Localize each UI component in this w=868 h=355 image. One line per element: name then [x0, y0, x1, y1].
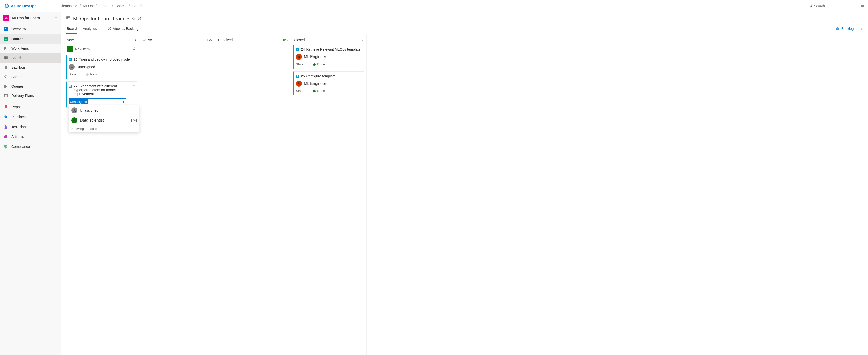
- sidebar-item-overview[interactable]: Overview: [0, 24, 61, 34]
- person-avatar-icon: [296, 54, 302, 60]
- tab-board[interactable]: Board: [66, 27, 77, 34]
- search-input[interactable]: [814, 4, 854, 8]
- svg-point-44: [74, 109, 75, 110]
- column-new: New ‹ + New item 26 Train and deploy imp…: [64, 34, 140, 355]
- sidebar-sub-sprints[interactable]: Sprints: [0, 72, 61, 81]
- work-item-card[interactable]: ⋯ 27 Experiment with different hyperpara…: [66, 81, 137, 108]
- svg-point-35: [141, 17, 142, 19]
- sidebar-sub-work-items[interactable]: Work items: [0, 44, 61, 53]
- svg-rect-39: [836, 29, 837, 30]
- header-right: [806, 2, 864, 10]
- add-new-item-button[interactable]: +: [67, 46, 73, 52]
- boards-icon: [3, 36, 8, 41]
- arrow-right-circle-icon: [107, 26, 111, 31]
- sidebar-item-test-plans[interactable]: Test Plans: [0, 122, 61, 132]
- pbi-icon: [69, 58, 72, 61]
- add-project-icon[interactable]: +: [55, 15, 58, 21]
- breadcrumb-item[interactable]: MLOps for Learn: [83, 4, 109, 8]
- svg-rect-37: [836, 27, 837, 28]
- sidebar: ML MLOps for Learn + Overview Boards Wor…: [0, 12, 61, 355]
- column-active: Active 0/5: [140, 34, 215, 355]
- unassigned-avatar-icon: [69, 64, 75, 70]
- svg-point-47: [298, 82, 299, 83]
- sidebar-sub-delivery-plans[interactable]: Delivery Plans: [0, 91, 61, 100]
- test-plans-icon: [3, 124, 8, 129]
- sidebar-item-compliance[interactable]: Compliance: [0, 142, 61, 152]
- sidebar-sub-boards[interactable]: Boards: [0, 53, 61, 63]
- compliance-icon: [3, 144, 8, 149]
- list-view-icon[interactable]: [860, 3, 864, 8]
- breadcrumb-item[interactable]: Boards: [115, 4, 126, 8]
- svg-rect-28: [67, 16, 68, 17]
- svg-point-41: [133, 48, 135, 50]
- chevron-down-icon[interactable]: ▾: [121, 100, 126, 104]
- project-name: MLOps for Learn: [12, 16, 52, 20]
- breadcrumb: demosmjd / MLOps for Learn / Boards / Bo…: [61, 4, 144, 8]
- collapse-column-icon[interactable]: ‹: [135, 38, 136, 42]
- tab-analytics[interactable]: Analytics: [82, 27, 97, 33]
- sidebar-item-artifacts[interactable]: Artifacts: [0, 132, 61, 142]
- svg-rect-29: [68, 16, 69, 17]
- assignee-row[interactable]: ML Engineer: [296, 80, 362, 86]
- backlog-items-selector[interactable]: Backlog items: [835, 26, 863, 31]
- search-box[interactable]: [806, 2, 856, 10]
- assignee-dropdown: Unassigned Data scientist A≡ Showing 2 r…: [69, 105, 140, 132]
- favorite-star-icon[interactable]: ☆: [132, 16, 135, 21]
- assignee-row[interactable]: ML Engineer: [296, 54, 362, 60]
- board-body: New ‹ + New item 26 Train and deploy imp…: [61, 34, 868, 355]
- chevron-down-icon[interactable]: [126, 17, 129, 21]
- collapse-column-icon[interactable]: ‹: [362, 38, 363, 42]
- delivery-plans-icon: [3, 93, 8, 98]
- sidebar-sub-queries[interactable]: Queries: [0, 81, 61, 91]
- person-avatar-icon: [296, 80, 302, 86]
- svg-rect-13: [7, 57, 7, 59]
- svg-point-24: [6, 106, 6, 107]
- person-avatar-icon: [71, 117, 78, 123]
- assignee-row[interactable]: Unassigned: [69, 64, 134, 70]
- svg-point-36: [108, 27, 111, 30]
- work-item-card[interactable]: 25 Configure template ML Engineer State …: [293, 71, 364, 96]
- product-name: Azure DevOps: [11, 4, 37, 8]
- svg-rect-22: [4, 95, 7, 97]
- sidebar-item-repos[interactable]: Repos: [0, 102, 61, 112]
- project-badge: ML: [3, 15, 9, 21]
- logo-block[interactable]: Azure DevOps: [4, 3, 61, 8]
- dropdown-option-unassigned[interactable]: Unassigned: [69, 105, 139, 115]
- new-item-label[interactable]: New item: [75, 47, 131, 51]
- tabs-row: Board Analytics View as Backlog Backlog …: [66, 26, 863, 34]
- project-header[interactable]: ML MLOps for Learn +: [0, 12, 61, 24]
- top-header: Azure DevOps demosmjd / MLOps for Learn …: [0, 0, 868, 12]
- search-icon: [808, 3, 812, 8]
- pbi-icon: [69, 84, 72, 88]
- svg-rect-12: [6, 57, 6, 59]
- breadcrumb-item[interactable]: Boards: [132, 4, 144, 8]
- pbi-icon: [296, 48, 299, 51]
- card-more-icon[interactable]: ⋯: [132, 83, 135, 87]
- pbi-icon: [296, 75, 299, 78]
- svg-line-42: [135, 49, 136, 50]
- view-as-backlog-button[interactable]: View as Backlog: [107, 26, 138, 31]
- board-header: MLOps for Learn Team ☆ Board Analytics V…: [61, 12, 868, 34]
- svg-point-25: [5, 116, 6, 117]
- people-icon[interactable]: [138, 16, 142, 21]
- svg-rect-30: [69, 16, 70, 17]
- svg-rect-11: [4, 57, 5, 59]
- assignee-combobox[interactable]: Unassigned ▾: [69, 99, 126, 105]
- sidebar-item-boards[interactable]: Boards: [0, 34, 61, 44]
- breadcrumb-item[interactable]: demosmjd: [61, 4, 78, 8]
- dropdown-option-data-scientist[interactable]: Data scientist A≡: [69, 115, 139, 125]
- sidebar-item-pipelines[interactable]: Pipelines: [0, 112, 61, 122]
- svg-point-45: [74, 119, 75, 120]
- svg-rect-32: [68, 18, 69, 19]
- sidebar-sub-backlogs[interactable]: Backlogs: [0, 63, 61, 72]
- boards-sub-icon: [3, 56, 8, 61]
- work-item-card[interactable]: 24 Retrieve Relevant MLOps template ML E…: [293, 45, 364, 69]
- work-item-card[interactable]: 26 Train and deploy improved model Unass…: [66, 55, 137, 79]
- search-icon[interactable]: [133, 47, 136, 51]
- identity-card-icon[interactable]: A≡: [131, 118, 137, 122]
- backlog-items-icon: [835, 26, 839, 31]
- azure-devops-logo-icon: [4, 3, 9, 8]
- main-content: MLOps for Learn Team ☆ Board Analytics V…: [61, 12, 868, 355]
- svg-line-1: [811, 6, 812, 7]
- unassigned-avatar-icon: [71, 107, 78, 113]
